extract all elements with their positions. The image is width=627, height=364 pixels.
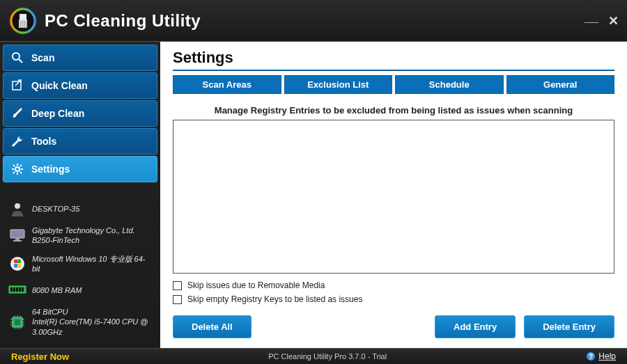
nav-label: Tools [31, 136, 56, 147]
svg-rect-27 [13, 287, 15, 292]
delete-entry-button[interactable]: Delete Entry [524, 315, 614, 338]
search-icon [10, 51, 24, 65]
user-icon [8, 200, 26, 217]
svg-rect-26 [10, 287, 13, 292]
svg-line-18 [13, 172, 15, 173]
svg-line-19 [20, 165, 22, 166]
ram-info: 8080 MB RAM [32, 285, 82, 295]
gear-icon [10, 162, 24, 176]
checkbox-label: Skip issues due to Removable Media [187, 280, 325, 290]
tab-description: Manage Registry Entries to be excluded f… [173, 105, 614, 116]
nav-quick-clean[interactable]: Quick Clean [3, 72, 157, 99]
svg-line-16 [13, 165, 15, 166]
svg-point-11 [15, 167, 20, 171]
page-title: Settings [173, 49, 614, 67]
windows-icon [8, 255, 26, 272]
svg-rect-29 [19, 287, 21, 292]
nav-label: Deep Clean [31, 108, 84, 119]
checkbox-skip-removable[interactable]: Skip issues due to Removable Media [173, 280, 614, 290]
nav-label: Scan [31, 52, 54, 63]
computer-name: DESKTOP-35 [32, 204, 79, 214]
settings-tabs: Scan Areas Exclusion List Schedule Gener… [173, 75, 614, 94]
nav-tools[interactable]: Tools [3, 128, 157, 155]
svg-rect-21 [10, 230, 24, 238]
share-icon [10, 79, 24, 93]
delete-all-button[interactable]: Delete All [173, 315, 251, 338]
nav-label: Settings [31, 164, 70, 175]
wrench-icon [10, 134, 24, 148]
footer: Register Now PC Cleaning Utility Pro 3.7… [0, 348, 627, 364]
tab-scan-areas[interactable]: Scan Areas [173, 75, 281, 94]
add-entry-button[interactable]: Add Entry [435, 315, 516, 338]
register-link[interactable]: Register Now [11, 351, 69, 362]
svg-line-9 [19, 59, 22, 63]
svg-text:?: ? [589, 353, 593, 361]
svg-rect-30 [22, 287, 24, 292]
help-link[interactable]: ? Help [586, 351, 616, 361]
motherboard-info: Gigabyte Technology Co., Ltd. B250-FinTe… [32, 225, 152, 246]
checkbox-icon [173, 295, 182, 304]
close-button[interactable]: ✕ [608, 13, 619, 29]
svg-rect-2 [20, 14, 26, 19]
tab-general[interactable]: General [506, 75, 615, 94]
svg-rect-23 [13, 240, 22, 242]
nav-scan[interactable]: Scan [3, 45, 157, 71]
nav-settings[interactable]: Settings [3, 156, 157, 182]
titlebar: PC Cleaning Utility __ ✕ [0, 0, 627, 42]
nav-deep-clean[interactable]: Deep Clean [3, 100, 157, 127]
svg-rect-32 [15, 319, 20, 325]
system-info-panel: DESKTOP-35 Gigabyte Technology Co., Ltd.… [3, 192, 157, 345]
ram-icon [8, 282, 26, 299]
svg-point-20 [15, 203, 20, 209]
content-area: Settings Scan Areas Exclusion List Sched… [160, 42, 627, 348]
svg-rect-10 [13, 81, 21, 90]
minimize-button[interactable]: __ [585, 10, 598, 26]
divider [173, 70, 614, 71]
cpu-info: 64 BitCPU Intel(R) Core(TM) i5-7400 CPU … [32, 307, 152, 337]
brush-icon [10, 106, 24, 120]
app-title: PC Cleaning Utility [45, 11, 201, 31]
tab-schedule[interactable]: Schedule [395, 75, 504, 94]
svg-point-8 [13, 53, 20, 60]
nav-label: Quick Clean [31, 80, 88, 91]
version-text: PC Cleaning Utility Pro 3.7.0 - Trial [69, 352, 586, 361]
cpu-icon [8, 314, 26, 331]
svg-rect-28 [16, 287, 18, 292]
exclusion-list-box[interactable] [173, 120, 614, 274]
help-label: Help [598, 351, 616, 361]
monitor-icon [8, 227, 26, 244]
tab-exclusion-list[interactable]: Exclusion List [284, 75, 393, 94]
checkbox-label: Skip empty Registry Keys to be listed as… [187, 294, 362, 304]
svg-rect-22 [15, 238, 20, 240]
app-logo-icon [8, 6, 38, 35]
checkbox-skip-empty-keys[interactable]: Skip empty Registry Keys to be listed as… [173, 294, 614, 304]
help-icon: ? [586, 351, 596, 361]
svg-line-17 [20, 172, 22, 173]
checkbox-icon [173, 281, 182, 290]
sidebar: Scan Quick Clean Deep Clean Tools Settin… [0, 42, 160, 348]
os-info: Microsoft Windows 10 专业版 64-bit [32, 254, 152, 274]
